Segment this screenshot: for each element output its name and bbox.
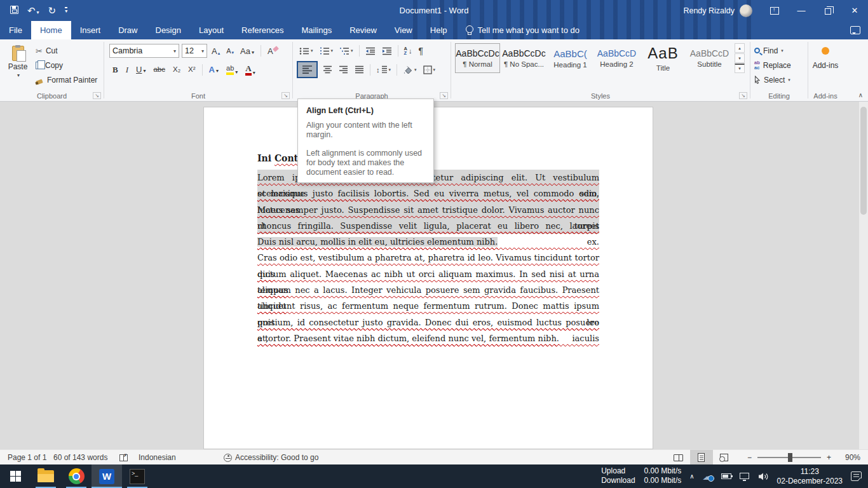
start-button[interactable] xyxy=(0,464,31,488)
italic-button[interactable]: I xyxy=(123,64,132,75)
minimize-button[interactable]: — xyxy=(788,0,815,21)
accessibility-status[interactable]: Accessibility: Good to go xyxy=(224,450,318,465)
customize-qat-button[interactable]: ▾ xyxy=(65,7,67,14)
taskbar-chrome[interactable] xyxy=(61,464,92,488)
zoom-out-button[interactable]: − xyxy=(747,453,752,462)
zoom-slider[interactable] xyxy=(757,457,821,458)
clear-formatting-button[interactable]: A xyxy=(266,46,275,57)
styles-more-button[interactable]: ▾ xyxy=(735,64,745,73)
save-button[interactable] xyxy=(10,6,18,15)
style-heading-2[interactable]: AaBbCcD Heading 2 xyxy=(594,43,639,73)
format-painter-button[interactable]: Format Painter xyxy=(36,74,97,86)
chevron-down-icon[interactable]: ▾ xyxy=(17,72,20,78)
line-spacing-button[interactable]: ↕ ▾ xyxy=(374,64,393,76)
action-center-icon[interactable] xyxy=(851,471,862,481)
web-layout-button[interactable] xyxy=(713,450,736,465)
increase-indent-button[interactable] xyxy=(379,45,395,57)
text-effects-button[interactable]: A▾ xyxy=(206,64,222,75)
onedrive-icon[interactable]: ☁ xyxy=(703,471,713,482)
addins-button[interactable]: Add-ins xyxy=(813,61,839,70)
decrease-indent-button[interactable] xyxy=(363,45,378,57)
font-name-combo[interactable]: Cambria ▾ xyxy=(109,44,179,58)
tab-home[interactable]: Home xyxy=(31,21,71,39)
strikethrough-button[interactable]: abc xyxy=(150,65,168,75)
align-center-button[interactable] xyxy=(320,64,335,76)
highlight-color-button[interactable]: ab▾ xyxy=(223,64,241,76)
comments-button[interactable] xyxy=(850,21,860,39)
font-dialog-launcher[interactable]: ↘ xyxy=(281,92,290,99)
taskbar-terminal[interactable]: >_ xyxy=(122,464,153,488)
borders-button[interactable]: ▾ xyxy=(421,64,438,76)
clipboard-dialog-launcher[interactable]: ↘ xyxy=(93,92,101,99)
select-button[interactable]: Select ▾ xyxy=(754,74,808,86)
print-layout-button[interactable] xyxy=(690,450,713,465)
change-case-button[interactable]: Aa▾ xyxy=(238,46,256,57)
style-title[interactable]: AaB Title xyxy=(641,43,686,73)
underline-button[interactable]: U▾ xyxy=(133,64,149,75)
style-no-spacing[interactable]: AaBbCcDc ¶ No Spac... xyxy=(501,43,546,73)
paragraph-dialog-launcher[interactable]: ↘ xyxy=(440,92,448,99)
shading-button[interactable]: ▾ xyxy=(400,64,419,76)
bold-button[interactable]: B xyxy=(109,64,121,75)
restore-button[interactable] xyxy=(815,0,841,21)
account-button[interactable]: Rendy Rizaldy xyxy=(683,4,752,17)
scrollbar-thumb[interactable] xyxy=(860,107,867,215)
tab-view[interactable]: View xyxy=(386,21,421,39)
language-indicator[interactable]: Indonesian xyxy=(139,450,176,465)
replace-button[interactable]: abac Replace xyxy=(754,59,808,71)
undo-button[interactable]: ↶▾ xyxy=(27,6,39,15)
grow-font-button[interactable]: A▴ xyxy=(210,46,222,57)
font-color-button[interactable]: A▾ xyxy=(242,63,258,77)
superscript-button[interactable]: X² xyxy=(185,65,199,75)
collapse-ribbon-button[interactable]: ∧ xyxy=(858,92,863,98)
style-subtitle[interactable]: AaBbCcD Subtitle xyxy=(687,43,732,73)
justify-button[interactable] xyxy=(352,64,367,76)
read-mode-button[interactable] xyxy=(667,450,690,465)
cut-button[interactable]: ✂ Cut xyxy=(36,44,97,57)
multilevel-list-button[interactable]: ▾ xyxy=(337,45,356,57)
subscript-button[interactable]: X₂ xyxy=(170,65,184,75)
tab-layout[interactable]: Layout xyxy=(190,21,233,39)
network-icon[interactable] xyxy=(740,473,749,479)
copy-button[interactable]: Copy xyxy=(36,59,97,72)
taskbar-clock[interactable]: 11:23 02-December-2023 xyxy=(777,467,843,486)
align-left-button[interactable] xyxy=(297,61,318,78)
font-size-combo[interactable]: 12 ▾ xyxy=(182,44,207,58)
taskbar-file-explorer[interactable] xyxy=(31,464,61,488)
proofing-status[interactable] xyxy=(119,450,128,465)
style-heading-1[interactable]: AaBbC( Heading 1 xyxy=(548,43,593,73)
close-button[interactable]: ✕ xyxy=(841,0,868,21)
word-count[interactable]: 60 of 143 words xyxy=(53,450,107,465)
speaker-icon[interactable] xyxy=(757,472,769,481)
ribbon-display-options-button[interactable] xyxy=(761,0,788,21)
tab-mailings[interactable]: Mailings xyxy=(293,21,341,39)
find-button[interactable]: Find ▾ xyxy=(754,44,808,57)
styles-scroll-down[interactable]: ▾ xyxy=(735,53,745,63)
tab-help[interactable]: Help xyxy=(421,21,456,39)
undo-chevron-icon[interactable]: ▾ xyxy=(37,10,39,15)
styles-scroll-up[interactable]: ▴ xyxy=(735,43,745,53)
bullets-button[interactable]: ▾ xyxy=(297,45,316,57)
tray-overflow-button[interactable]: ∧ xyxy=(689,473,694,480)
zoom-percentage[interactable]: 90% xyxy=(839,453,860,462)
shrink-font-button[interactable]: A▾ xyxy=(224,46,236,56)
tab-design[interactable]: Design xyxy=(147,21,190,39)
redo-button[interactable]: ↻ xyxy=(48,6,57,15)
zoom-slider-thumb[interactable] xyxy=(788,453,792,462)
vertical-scrollbar[interactable] xyxy=(859,102,868,449)
tab-review[interactable]: Review xyxy=(341,21,386,39)
align-right-button[interactable] xyxy=(336,64,351,76)
zoom-in-button[interactable]: + xyxy=(827,453,831,462)
battery-icon[interactable] xyxy=(721,473,731,479)
tab-file[interactable]: File xyxy=(0,21,31,39)
taskbar-word[interactable]: W xyxy=(92,464,122,488)
tab-references[interactable]: References xyxy=(233,21,292,39)
tab-insert[interactable]: Insert xyxy=(71,21,110,39)
tell-me-search[interactable]: Tell me what you want to do xyxy=(465,21,580,39)
numbering-button[interactable]: ▾ xyxy=(317,45,336,57)
tab-draw[interactable]: Draw xyxy=(109,21,146,39)
show-hide-marks-button[interactable]: ¶ xyxy=(416,44,426,58)
styles-dialog-launcher[interactable]: ↘ xyxy=(739,92,747,99)
page-indicator[interactable]: Page 1 of 1 xyxy=(8,450,46,465)
style-normal[interactable]: AaBbCcDc ¶ Normal xyxy=(455,43,500,73)
